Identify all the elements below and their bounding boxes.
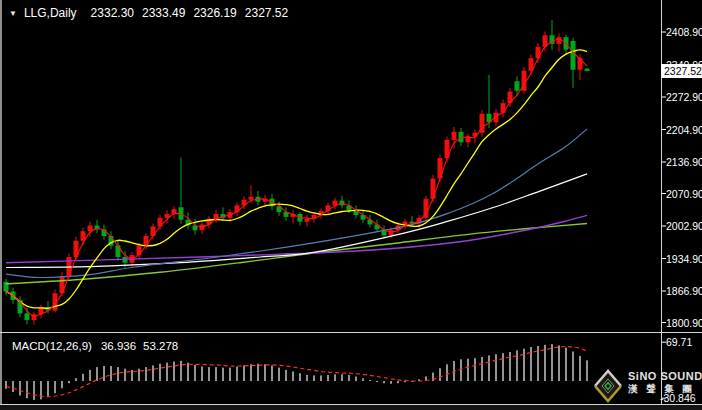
- price-axis-separator: [661, 0, 662, 404]
- price-axis-label: 1800.90: [666, 317, 702, 329]
- price-axis-label: 2204.90: [666, 124, 702, 136]
- sino-sound-logo-icon: [592, 369, 624, 403]
- trading-chart-window: ▼ LLG,Daily 2332.30 2333.49 2326.19 2327…: [0, 0, 702, 410]
- ohlc-close: 2327.52: [245, 6, 288, 20]
- macd-signal-value: 53.278: [143, 340, 178, 352]
- price-axis-label: 2408.90: [666, 26, 702, 38]
- ohlc-open: 2332.30: [91, 6, 134, 20]
- ohlc-high: 2333.49: [142, 6, 185, 20]
- window-bottom-strip: [0, 405, 702, 410]
- price-axis-label: 2002.90: [666, 220, 702, 232]
- price-axis-label: 1866.90: [666, 285, 702, 297]
- current-price-tag: 2327.52: [661, 64, 702, 78]
- symbol-period-label: LLG,Daily: [24, 6, 77, 20]
- macd-indicator-label: MACD(12,26,9) 36.936 53.278: [12, 340, 185, 352]
- watermark-brand-text: SiNO SOUND: [628, 370, 702, 382]
- symbol-dropdown-icon[interactable]: ▼: [9, 9, 17, 18]
- price-axis-label: 2272.90: [666, 91, 702, 103]
- macd-axis-min-label: -30.846: [660, 392, 696, 404]
- macd-axis-max-label: 69.71: [666, 336, 692, 348]
- chart-header: ▼ LLG,Daily 2332.30 2333.49 2326.19 2327…: [9, 6, 296, 20]
- panel-splitter[interactable]: [0, 332, 702, 333]
- macd-name: MACD(12,26,9): [12, 340, 92, 352]
- macd-main-value: 36.936: [101, 340, 136, 352]
- window-left-border: [0, 0, 2, 405]
- price-axis-label: 2070.90: [666, 188, 702, 200]
- ohlc-low: 2326.19: [193, 6, 236, 20]
- price-axis-label: 2136.90: [666, 156, 702, 168]
- price-axis-label: 1934.90: [666, 253, 702, 265]
